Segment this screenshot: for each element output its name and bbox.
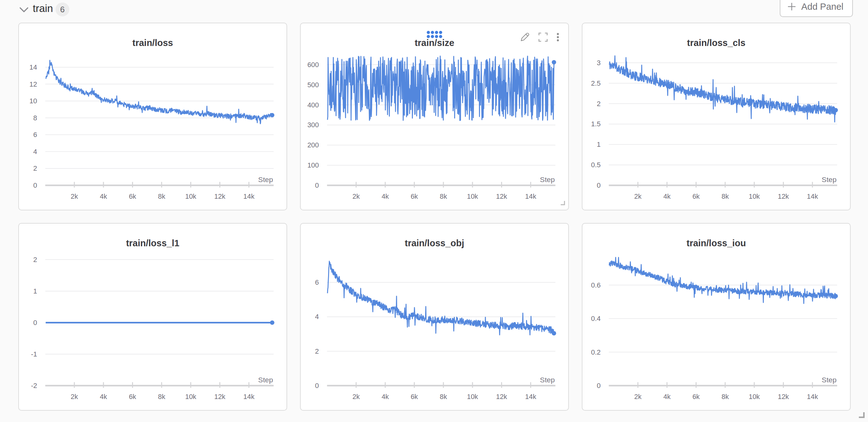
panel-title: train/loss_cls (583, 38, 850, 48)
panel-title: train/loss (19, 38, 286, 48)
svg-text:3: 3 (597, 59, 601, 67)
svg-text:6k: 6k (411, 393, 418, 400)
svg-text:Step: Step (258, 175, 273, 184)
svg-text:0: 0 (33, 319, 37, 327)
panel-train-loss-obj: train/loss_obj 02462k4k6k8k10k12k14kStep (300, 223, 569, 411)
svg-text:12k: 12k (778, 393, 789, 400)
panel-resize-handle[interactable] (559, 200, 566, 207)
svg-text:-1: -1 (31, 350, 37, 358)
svg-text:14k: 14k (525, 393, 536, 400)
svg-text:4k: 4k (663, 393, 671, 400)
panel-count-badge: 6 (56, 2, 69, 17)
svg-text:0.5: 0.5 (591, 161, 600, 169)
svg-text:2k: 2k (71, 192, 78, 200)
svg-text:10k: 10k (748, 393, 760, 400)
svg-text:6k: 6k (129, 192, 136, 200)
svg-text:2k: 2k (352, 192, 360, 200)
svg-text:2k: 2k (634, 192, 641, 200)
kebab-menu-icon[interactable] (556, 32, 560, 43)
svg-text:1.5: 1.5 (591, 120, 600, 128)
svg-text:12k: 12k (496, 192, 507, 200)
svg-text:10k: 10k (467, 192, 478, 200)
panel-title: train/loss_obj (301, 238, 568, 249)
svg-text:12k: 12k (214, 192, 225, 200)
svg-text:-2: -2 (31, 382, 37, 390)
line-chart-train-loss-l1[interactable]: -2-10122k4k6k8k10k12k14kStep (19, 224, 286, 410)
svg-text:6k: 6k (411, 192, 418, 200)
svg-text:500: 500 (307, 81, 319, 89)
plus-icon (787, 2, 797, 12)
svg-text:300: 300 (307, 121, 319, 129)
svg-text:8k: 8k (440, 192, 447, 200)
line-chart-train-size[interactable]: 01002003004005006002k4k6k8k10k12k14kStep (301, 23, 568, 210)
line-chart-train-loss[interactable]: 024681012142k4k6k8k10k12k14kStep (19, 23, 286, 210)
svg-text:14k: 14k (525, 192, 536, 200)
svg-text:2: 2 (315, 347, 319, 355)
svg-text:0: 0 (597, 382, 601, 390)
svg-text:8k: 8k (158, 393, 165, 400)
svg-text:6k: 6k (692, 192, 700, 200)
svg-text:4k: 4k (663, 192, 671, 200)
svg-text:Step: Step (258, 376, 273, 384)
svg-text:10: 10 (29, 97, 37, 105)
svg-text:0.2: 0.2 (591, 348, 600, 356)
svg-text:100: 100 (307, 161, 319, 169)
panel-grid: train/loss 024681012142k4k6k8k10k12k14kS… (18, 23, 851, 411)
svg-text:0: 0 (315, 182, 319, 189)
svg-text:10k: 10k (185, 393, 196, 400)
svg-text:Step: Step (822, 376, 836, 384)
chevron-down-icon[interactable] (18, 6, 30, 14)
svg-text:14k: 14k (807, 192, 818, 200)
svg-text:2k: 2k (71, 393, 78, 400)
svg-text:10k: 10k (185, 192, 196, 200)
svg-text:400: 400 (307, 101, 319, 109)
svg-text:4k: 4k (382, 393, 389, 400)
svg-text:8k: 8k (158, 192, 165, 200)
svg-text:1: 1 (597, 140, 601, 148)
svg-text:Step: Step (540, 175, 555, 184)
svg-text:2: 2 (33, 256, 37, 264)
add-panel-button[interactable]: Add Panel (780, 0, 853, 17)
panel-train-loss: train/loss 024681012142k4k6k8k10k12k14kS… (18, 23, 287, 210)
panel-title: train/loss_iou (583, 238, 850, 249)
svg-text:Step: Step (822, 175, 836, 184)
svg-text:4: 4 (315, 313, 319, 321)
svg-text:12: 12 (29, 80, 37, 88)
svg-text:0: 0 (33, 182, 37, 189)
drag-handle-icon[interactable] (424, 30, 445, 41)
svg-text:2: 2 (33, 164, 37, 172)
svg-text:0.4: 0.4 (591, 315, 600, 323)
section-header: train 6 Add Panel (0, 0, 868, 19)
svg-text:8k: 8k (440, 393, 447, 400)
svg-text:2.5: 2.5 (591, 79, 600, 87)
section-resize-handle[interactable] (857, 411, 866, 420)
panel-train-loss-cls: train/loss_cls 00.511.522.532k4k6k8k10k1… (582, 23, 851, 210)
svg-text:200: 200 (307, 141, 319, 149)
svg-text:4k: 4k (100, 393, 107, 400)
svg-text:12k: 12k (214, 393, 225, 400)
fullscreen-icon[interactable] (537, 32, 549, 43)
svg-text:2k: 2k (352, 393, 360, 400)
panel-title: train/loss_l1 (19, 238, 286, 249)
svg-text:12k: 12k (496, 393, 507, 400)
svg-text:6: 6 (315, 279, 319, 286)
svg-text:6k: 6k (692, 393, 700, 400)
svg-text:2: 2 (597, 100, 601, 108)
edit-panel-icon[interactable] (519, 32, 530, 43)
line-chart-train-loss-iou[interactable]: 00.20.40.62k4k6k8k10k12k14kStep (583, 224, 850, 410)
svg-text:10k: 10k (748, 192, 760, 200)
section-title[interactable]: train (33, 2, 53, 14)
svg-text:14k: 14k (807, 393, 818, 400)
svg-text:0: 0 (597, 182, 601, 189)
svg-text:10k: 10k (467, 393, 478, 400)
panel-action-bar (519, 32, 560, 43)
line-chart-train-loss-obj[interactable]: 02462k4k6k8k10k12k14kStep (301, 224, 568, 410)
svg-text:12k: 12k (778, 192, 789, 200)
svg-text:14k: 14k (243, 393, 254, 400)
svg-text:0.6: 0.6 (591, 281, 600, 289)
svg-text:6k: 6k (129, 393, 136, 400)
svg-text:1: 1 (33, 287, 37, 295)
svg-text:Step: Step (540, 376, 555, 384)
line-chart-train-loss-cls[interactable]: 00.511.522.532k4k6k8k10k12k14kStep (583, 23, 850, 210)
svg-text:4: 4 (33, 148, 37, 156)
